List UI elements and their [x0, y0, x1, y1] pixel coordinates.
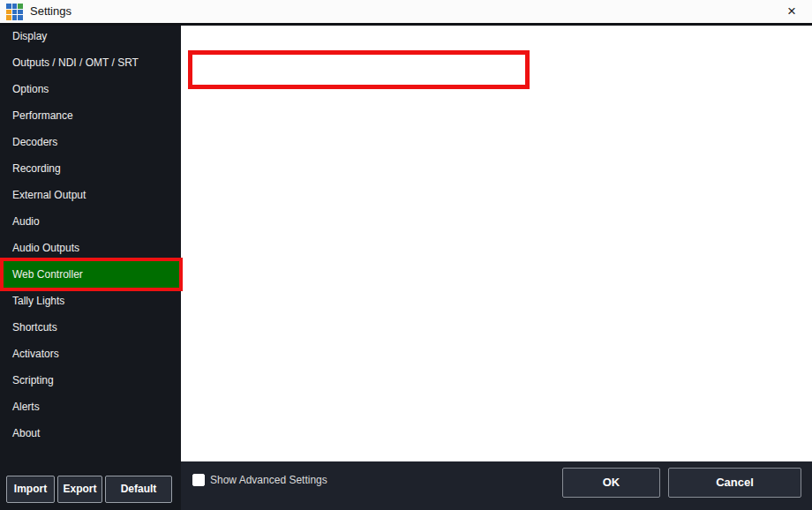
sidebar-item-about[interactable]: About — [0, 420, 181, 446]
sidebar-item-recording[interactable]: Recording — [0, 155, 181, 182]
sidebar-item-alerts[interactable]: Alerts — [0, 394, 181, 420]
show-advanced-checkbox[interactable] — [192, 474, 205, 486]
sidebar-item-web-controller[interactable]: Web Controller — [0, 261, 181, 288]
sidebar-item-external-output[interactable]: External Output — [0, 182, 181, 208]
sidebar-item-activators[interactable]: Activators — [0, 341, 181, 367]
sidebar-item-decoders[interactable]: Decoders — [0, 129, 181, 155]
footer-bar: Show Advanced Settings OK Cancel — [181, 461, 812, 510]
sidebar-item-options[interactable]: Options — [0, 76, 181, 102]
sidebar-item-outputs[interactable]: Outputs / NDI / OMT / SRT — [0, 49, 181, 76]
web-controller-panel — [181, 26, 812, 461]
app-grid-icon — [6, 4, 23, 20]
ok-button[interactable]: OK — [562, 468, 660, 498]
default-button[interactable]: Default — [105, 476, 172, 503]
sidebar-item-audio[interactable]: Audio — [0, 208, 181, 235]
sidebar-item-scripting[interactable]: Scripting — [0, 367, 181, 394]
sidebar-item-display[interactable]: Display — [0, 23, 181, 49]
sidebar-item-shortcuts[interactable]: Shortcuts — [0, 314, 181, 341]
title-bar: Settings × — [0, 0, 812, 23]
show-advanced-label: Show Advanced Settings — [210, 474, 327, 486]
export-button[interactable]: Export — [57, 476, 102, 503]
sidebar-item-performance[interactable]: Performance — [0, 102, 181, 129]
titlebar-divider — [0, 23, 812, 26]
settings-window: Settings × Display Outputs / NDI / OMT /… — [0, 0, 812, 510]
close-icon[interactable]: × — [771, 0, 812, 23]
window-title: Settings — [30, 0, 71, 23]
cancel-button[interactable]: Cancel — [668, 468, 801, 498]
import-button[interactable]: Import — [6, 476, 55, 503]
sidebar: Display Outputs / NDI / OMT / SRT Option… — [0, 23, 181, 510]
sidebar-item-audio-outputs[interactable]: Audio Outputs — [0, 235, 181, 261]
sidebar-item-tally-lights[interactable]: Tally Lights — [0, 288, 181, 314]
